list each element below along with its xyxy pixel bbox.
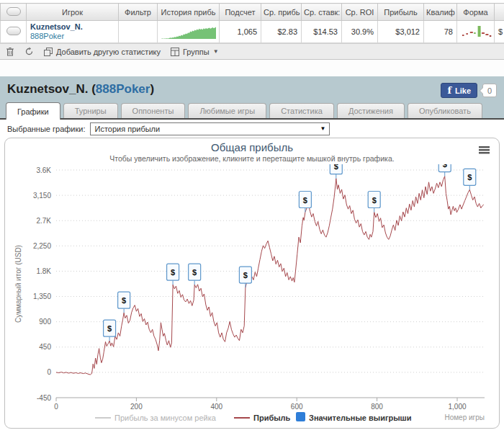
x-tick-label: 400 xyxy=(210,403,222,411)
player-site-label: 888Poker xyxy=(30,32,114,41)
count-cell: 1,065 xyxy=(220,21,261,43)
player-cell[interactable]: Kuznetsov_N. 888Poker xyxy=(27,21,119,43)
dollar-icon: $ xyxy=(122,296,126,305)
refresh-button[interactable] xyxy=(24,47,34,56)
spacer xyxy=(0,60,504,76)
player-name-link[interactable]: Kuznetsov_N. xyxy=(30,22,114,32)
paren-open: ( xyxy=(88,82,95,96)
tab-achievements[interactable]: Достижения xyxy=(337,103,405,118)
x-tick-label: 1,000 xyxy=(448,403,466,411)
col-count[interactable]: Подсчет xyxy=(220,4,261,21)
tab-tournaments[interactable]: Турниры xyxy=(63,103,118,118)
chart-selector-label: Выбранные графики: xyxy=(7,125,85,133)
x-tick-label: 600 xyxy=(291,403,303,411)
select-all-checkbox[interactable] xyxy=(6,7,21,16)
y-tick-label: 0 xyxy=(47,368,51,376)
table-toolbar: Добавить другую статистику Группы ▼ xyxy=(0,43,504,60)
dollar-icon: $ xyxy=(107,324,112,333)
legend-item-wins[interactable]: Значительные выигрыши xyxy=(309,414,412,422)
select-caret-icon: ▼ xyxy=(320,126,326,132)
dollar-icon: $ xyxy=(443,160,447,169)
legend-item-rake[interactable]: Прибыль за минусом рейка xyxy=(114,414,217,422)
add-stat-button[interactable]: Добавить другую статистику xyxy=(44,48,161,56)
chart-type-select[interactable]: История прибыли ▼ xyxy=(90,122,330,135)
delete-button[interactable] xyxy=(6,47,14,56)
row-select-cell[interactable] xyxy=(1,21,27,43)
col-form[interactable]: Форма xyxy=(457,4,495,21)
trash-icon xyxy=(6,47,14,56)
paren-close: ) xyxy=(150,82,154,96)
form-item xyxy=(474,32,476,34)
form-cell xyxy=(457,21,495,43)
groups-label: Группы xyxy=(183,48,210,56)
facebook-like-widget: f Like 0 xyxy=(441,83,497,98)
dollar-icon: $ xyxy=(192,268,197,277)
stats-header-row: Игрок Фильтр История прибь Подсчет Ср. п… xyxy=(1,4,504,21)
col-avg-roi[interactable]: Ср. ROI xyxy=(342,4,378,21)
chart-subtitle: Чтобы увеличить изображение, кликните и … xyxy=(109,154,394,163)
groups-caret-icon: ▼ xyxy=(213,49,219,55)
profit-line-series[interactable] xyxy=(56,176,484,375)
profit-sparkline xyxy=(161,23,216,39)
col-qualif[interactable]: Квалиф xyxy=(424,4,457,21)
legend-swatch-wins xyxy=(296,412,305,421)
like-count-badge: 0 xyxy=(482,84,497,97)
facebook-like-button[interactable]: f Like xyxy=(441,83,477,98)
y-tick-label: 2,250 xyxy=(33,242,51,250)
filter-cell[interactable] xyxy=(119,21,158,43)
profit-history-cell[interactable] xyxy=(158,21,220,43)
significant-wins-markers: $$$$$$$$$$ xyxy=(104,156,476,341)
dollar-icon: $ xyxy=(467,173,472,182)
facebook-logo-icon: f xyxy=(447,85,451,96)
tab-statistics[interactable]: Статистика xyxy=(269,103,334,118)
y-tick-label: 1.8K xyxy=(36,267,51,275)
y-tick-label: 3.6K xyxy=(36,166,51,174)
form-item xyxy=(482,32,485,34)
tab-opponents[interactable]: Оппоненты xyxy=(121,103,186,118)
profit-chart[interactable]: Общая прибыльЧтобы увеличить изображение… xyxy=(5,138,499,428)
legend-item-profit[interactable]: Прибыль xyxy=(253,414,291,422)
form-item xyxy=(466,33,468,35)
col-player[interactable]: Игрок xyxy=(27,4,119,21)
col-clipped xyxy=(495,4,504,21)
col-profit-history[interactable]: История прибь xyxy=(158,4,220,21)
col-profit[interactable]: Прибыль xyxy=(378,4,424,21)
groups-grid-icon xyxy=(171,48,179,56)
form-item xyxy=(490,35,492,37)
tab-publish[interactable]: Опубликовать xyxy=(408,103,482,118)
form-item xyxy=(485,34,488,35)
y-tick-label: 2.7K xyxy=(36,217,51,225)
x-tick-label: 800 xyxy=(371,403,383,411)
profile-tabs: Графики Турниры Оппоненты Любимые игры С… xyxy=(6,102,482,118)
sparkline-area xyxy=(161,27,216,39)
chart-menu-icon[interactable] xyxy=(479,146,490,153)
dollar-icon: $ xyxy=(243,271,248,280)
select-all-header[interactable] xyxy=(1,4,27,21)
col-avg-stake[interactable]: Ср. ставк: xyxy=(302,4,342,21)
row-checkbox[interactable] xyxy=(6,27,21,35)
chart-title: Общая прибыль xyxy=(211,141,293,153)
form-item xyxy=(462,35,464,36)
marker-badge[interactable] xyxy=(438,156,451,172)
profit-cell: $3,012 xyxy=(378,21,424,43)
avg-stake-cell: $14.53 xyxy=(302,21,342,43)
col-filter[interactable]: Фильтр xyxy=(119,4,158,21)
dollar-icon: $ xyxy=(372,196,377,205)
y-axis-title: Суммарный итог (USD) xyxy=(14,245,22,323)
avg-roi-cell: 30.9% xyxy=(342,21,378,43)
profile-site-link[interactable]: 888Poker xyxy=(96,82,150,96)
chart-panel: Общая прибыльЧтобы увеличить изображение… xyxy=(4,138,500,429)
dollar-icon: $ xyxy=(334,162,338,171)
avg-profit-cell: $2.83 xyxy=(261,21,302,43)
tab-favorite-games[interactable]: Любимые игры xyxy=(188,103,266,118)
form-mini-chart xyxy=(461,24,492,38)
form-item xyxy=(470,32,473,33)
groups-button[interactable]: Группы ▼ xyxy=(171,48,219,56)
tab-charts[interactable]: Графики xyxy=(6,102,60,120)
y-tick-label: 3,150 xyxy=(33,192,51,200)
stats-table-wrap: Игрок Фильтр История прибь Подсчет Ср. п… xyxy=(0,3,504,43)
y-tick-label: -450 xyxy=(37,394,51,402)
x-axis-title: Номер игры xyxy=(444,414,485,421)
chart-selector-row: Выбранные графики: История прибыли ▼ xyxy=(0,120,504,138)
col-avg-profit[interactable]: Ср. прибь xyxy=(261,4,302,21)
